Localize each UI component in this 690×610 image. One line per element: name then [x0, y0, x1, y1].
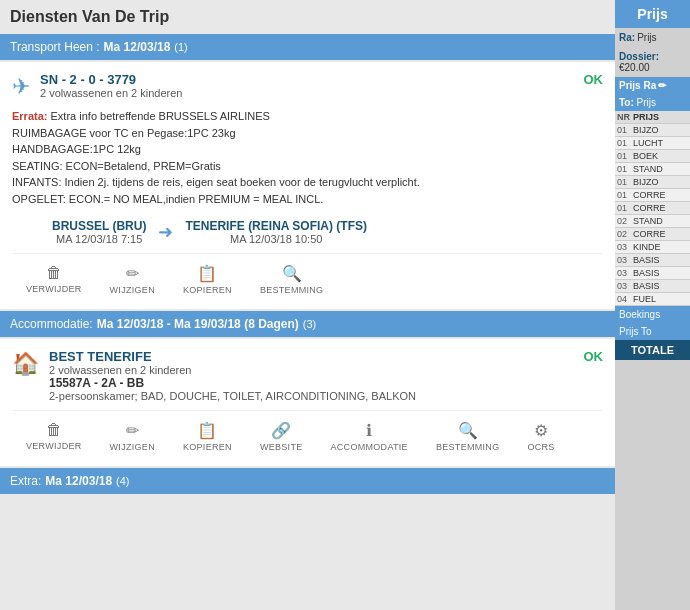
accom-website-button[interactable]: 🔗 WEBSITE [246, 417, 317, 456]
table-row: 02 STAND [615, 215, 690, 228]
accommodation-section-header: Accommodatie: Ma 12/03/18 - Ma 19/03/18 … [0, 311, 615, 337]
transport-bestemming-button[interactable]: 🔍 BESTEMMING [246, 260, 338, 299]
table-row: 01 BIJZO [615, 176, 690, 189]
errata-line5: INFANTS: Indien 2j. tijdens de reis, eig… [12, 176, 420, 188]
link-icon: 🔗 [271, 421, 291, 440]
transport-count: (1) [174, 41, 187, 53]
prijs-to-bar: Prijs To [615, 323, 690, 340]
extra-label: Extra: [10, 474, 41, 488]
magnifier-icon-accom: 🔍 [458, 421, 478, 440]
table-row: 01 STAND [615, 163, 690, 176]
ra-label: Ra: [619, 32, 635, 43]
table-row: 02 CORRE [615, 228, 690, 241]
transport-ok-badge: OK [584, 72, 604, 87]
page-title: Diensten Van De Trip [0, 0, 615, 34]
transport-verwijder-button[interactable]: 🗑 VERWIJDER [12, 260, 96, 299]
right-panel: Prijs Ra: Prijs Dossier: €20.00 Prijs Ra… [615, 0, 690, 610]
trash-icon-accom: 🗑 [46, 421, 62, 439]
right-to-section: To: Prijs [615, 94, 690, 111]
to-airport: TENERIFE (REINA SOFIA) (TFS) MA 12/03/18… [185, 219, 367, 245]
right-ra-section: Ra: Prijs [615, 28, 690, 47]
accom-ocrs-button[interactable]: ⚙ OCRS [513, 417, 568, 456]
table-row: 01 CORRE [615, 189, 690, 202]
verwijder-label: VERWIJDER [26, 284, 82, 294]
totale-label: TOTALE [631, 344, 674, 356]
prijs-ra-bar: Prijs Ra ✏ [615, 77, 690, 94]
flight-passengers: 2 volwassenen en 2 kinderen [40, 87, 182, 99]
ra-sub: Prijs [637, 32, 656, 43]
accom-wijzigen-label: WIJZIGEN [110, 442, 155, 452]
magnifier-icon: 🔍 [282, 264, 302, 283]
accommodation-date: Ma 12/03/18 - Ma 19/03/18 (8 Dagen) [97, 317, 299, 331]
pencil-icon-right: ✏ [658, 80, 666, 91]
transport-label: Transport Heen : [10, 40, 100, 54]
right-panel-title: Prijs [615, 0, 690, 28]
accom-ocrs-label: OCRS [527, 442, 554, 452]
accommodation-count: (3) [303, 318, 316, 330]
hotel-room-code: 15587A - 2A - BB [49, 376, 416, 390]
hotel-name: BEST TENERIFE [49, 349, 416, 364]
transport-kopieren-button[interactable]: 📋 KOPIEREN [169, 260, 246, 299]
accom-verwijder-label: VERWIJDER [26, 441, 82, 451]
copy-icon-accom: 📋 [197, 421, 217, 440]
trash-icon: 🗑 [46, 264, 62, 282]
price-table: NR PRIJS 01 BIJZO 01 LUCHT 01 BOEK 01 ST… [615, 111, 690, 306]
accom-verwijder-button[interactable]: 🗑 VERWIJDER [12, 417, 96, 456]
accom-bestemming-label: BESTEMMING [436, 442, 500, 452]
flight-code: SN - 2 - 0 - 3779 [40, 72, 182, 87]
errata-text: Extra info betreffende BRUSSELS AIRLINES [51, 110, 270, 122]
wijzigen-label: WIJZIGEN [110, 285, 155, 295]
totale-bar: TOTALE [615, 340, 690, 360]
boekings-bar: Boekings [615, 306, 690, 323]
kopieren-label: KOPIEREN [183, 285, 232, 295]
errata-label: Errata: [12, 110, 47, 122]
table-row: 03 KINDE [615, 241, 690, 254]
bestemming-label: BESTEMMING [260, 285, 324, 295]
hotel-passengers: 2 volwassenen en 2 kinderen [49, 364, 416, 376]
table-header-row: NR PRIJS [615, 111, 690, 124]
table-row: 01 LUCHT [615, 137, 690, 150]
transport-wijzigen-button[interactable]: ✏ WIJZIGEN [96, 260, 169, 299]
errata-line4: SEATING: ECON=Betalend, PREM=Gratis [12, 160, 221, 172]
table-row: 03 BASIS [615, 267, 690, 280]
accom-kopieren-button[interactable]: 📋 KOPIEREN [169, 417, 246, 456]
accommodation-ok-badge: OK [584, 349, 604, 364]
accom-wijzigen-button[interactable]: ✏ WIJZIGEN [96, 417, 169, 456]
extra-date: Ma 12/03/18 [45, 474, 112, 488]
from-airport: BRUSSEL (BRU) MA 12/03/18 7:15 [52, 219, 146, 245]
errata-section: Errata: Extra info betreffende BRUSSELS … [12, 108, 603, 207]
accom-accommodatie-label: ACCOMMODATIE [330, 442, 407, 452]
transport-card: ✈ SN - 2 - 0 - 3779 2 volwassenen en 2 k… [0, 62, 615, 309]
pencil-icon: ✏ [126, 264, 139, 283]
table-row: 01 CORRE [615, 202, 690, 215]
table-row: 04 FUEL [615, 293, 690, 306]
type-col-header: PRIJS [633, 112, 688, 122]
table-row: 03 BASIS [615, 254, 690, 267]
accommodation-action-row: 🗑 VERWIJDER ✏ WIJZIGEN 📋 KOPIEREN 🔗 WEBS… [12, 410, 603, 456]
hotel-icon: 🏠 [12, 351, 39, 377]
accom-kopieren-label: KOPIEREN [183, 442, 232, 452]
extra-count: (4) [116, 475, 129, 487]
transport-section-header: Transport Heen : Ma 12/03/18 (1) [0, 34, 615, 60]
table-row: 01 BOEK [615, 150, 690, 163]
dossier-section: Dossier: €20.00 [615, 47, 690, 77]
accom-website-label: WEBSITE [260, 442, 303, 452]
prijs-ra-label: Prijs Ra [619, 80, 656, 91]
transport-action-row: 🗑 VERWIJDER ✏ WIJZIGEN 📋 KOPIEREN 🔍 BEST… [12, 253, 603, 299]
to-sub: Prijs [637, 97, 656, 108]
transport-date: Ma 12/03/18 [104, 40, 171, 54]
route-arrow-icon: ➜ [158, 221, 173, 243]
accommodation-card: 🏠 BEST TENERIFE 2 volwassenen en 2 kinde… [0, 339, 615, 466]
boekings-label: Boekings [619, 309, 660, 320]
prijs-to-label: Prijs To [619, 326, 652, 337]
pencil-icon-accom: ✏ [126, 421, 139, 440]
errata-line3: HANDBAGAGE:1PC 12kg [12, 143, 141, 155]
copy-icon: 📋 [197, 264, 217, 283]
errata-line2: RUIMBAGAGE voor TC en Pegase:1PC 23kg [12, 127, 236, 139]
to-label: To: [619, 97, 634, 108]
accom-bestemming-button[interactable]: 🔍 BESTEMMING [422, 417, 514, 456]
nr-col-header: NR [617, 112, 633, 122]
accom-accommodatie-button[interactable]: ℹ ACCOMMODATIE [316, 417, 421, 456]
accommodation-label: Accommodatie: [10, 317, 93, 331]
route-section: BRUSSEL (BRU) MA 12/03/18 7:15 ➜ TENERIF… [52, 219, 603, 245]
